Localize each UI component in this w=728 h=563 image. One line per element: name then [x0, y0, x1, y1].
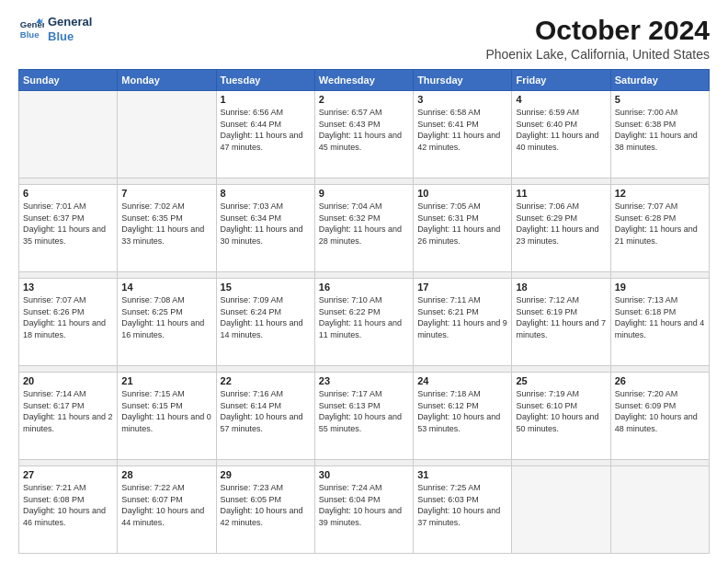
calendar-cell: 4 Sunrise: 6:59 AMSunset: 6:40 PMDayligh…	[512, 91, 610, 178]
calendar-cell: 19 Sunrise: 7:13 AMSunset: 6:18 PMDaylig…	[610, 278, 709, 365]
header: General Blue General Blue October 2024 P…	[18, 15, 710, 62]
calendar-cell	[512, 465, 610, 553]
col-thursday: Thursday	[414, 70, 512, 91]
day-info: Sunrise: 6:56 AMSunset: 6:44 PMDaylight:…	[221, 107, 311, 153]
day-number: 25	[516, 375, 606, 386]
day-number: 21	[121, 375, 211, 386]
day-number: 11	[516, 188, 606, 199]
calendar-cell: 8 Sunrise: 7:03 AMSunset: 6:34 PMDayligh…	[216, 184, 314, 271]
calendar-week-1: 1 Sunrise: 6:56 AMSunset: 6:44 PMDayligh…	[19, 91, 710, 178]
calendar-cell: 26 Sunrise: 7:20 AMSunset: 6:09 PMDaylig…	[610, 372, 709, 459]
day-info: Sunrise: 7:07 AMSunset: 6:26 PMDaylight:…	[23, 294, 113, 340]
day-info: Sunrise: 7:12 AMSunset: 6:19 PMDaylight:…	[516, 294, 606, 340]
day-number: 7	[121, 188, 211, 199]
week-divider	[19, 178, 710, 185]
day-number: 27	[23, 469, 113, 480]
calendar-cell: 30 Sunrise: 7:24 AMSunset: 6:04 PMDaylig…	[314, 465, 413, 553]
week-divider	[19, 459, 710, 465]
calendar-week-3: 13 Sunrise: 7:07 AMSunset: 6:26 PMDaylig…	[19, 278, 710, 365]
day-number: 13	[23, 282, 113, 293]
calendar-week-5: 27 Sunrise: 7:21 AMSunset: 6:08 PMDaylig…	[19, 465, 710, 553]
logo-general: General	[48, 15, 92, 29]
day-info: Sunrise: 7:02 AMSunset: 6:35 PMDaylight:…	[121, 201, 211, 247]
day-number: 5	[615, 94, 705, 105]
calendar-cell: 1 Sunrise: 6:56 AMSunset: 6:44 PMDayligh…	[216, 91, 314, 178]
day-info: Sunrise: 7:09 AMSunset: 6:24 PMDaylight:…	[221, 294, 311, 340]
col-friday: Friday	[512, 70, 610, 91]
day-info: Sunrise: 7:22 AMSunset: 6:07 PMDaylight:…	[121, 482, 211, 528]
day-number: 18	[516, 282, 606, 293]
day-number: 17	[417, 282, 507, 293]
col-wednesday: Wednesday	[314, 70, 413, 91]
col-sunday: Sunday	[19, 70, 118, 91]
col-saturday: Saturday	[610, 70, 709, 91]
calendar-cell: 22 Sunrise: 7:16 AMSunset: 6:14 PMDaylig…	[216, 372, 314, 459]
calendar-cell: 16 Sunrise: 7:10 AMSunset: 6:22 PMDaylig…	[314, 278, 413, 365]
calendar-cell	[610, 465, 709, 553]
calendar-cell: 11 Sunrise: 7:06 AMSunset: 6:29 PMDaylig…	[512, 184, 610, 271]
calendar-cell: 10 Sunrise: 7:05 AMSunset: 6:31 PMDaylig…	[414, 184, 512, 271]
day-info: Sunrise: 7:23 AMSunset: 6:05 PMDaylight:…	[221, 482, 311, 528]
week-divider	[19, 272, 710, 279]
day-number: 16	[319, 282, 409, 293]
calendar-cell: 17 Sunrise: 7:11 AMSunset: 6:21 PMDaylig…	[414, 278, 512, 365]
subtitle: Phoenix Lake, California, United States	[485, 47, 710, 62]
calendar-cell: 23 Sunrise: 7:17 AMSunset: 6:13 PMDaylig…	[314, 372, 413, 459]
calendar-cell: 7 Sunrise: 7:02 AMSunset: 6:35 PMDayligh…	[118, 184, 216, 271]
day-info: Sunrise: 7:24 AMSunset: 6:04 PMDaylight:…	[319, 482, 409, 528]
day-number: 4	[516, 94, 606, 105]
day-info: Sunrise: 7:05 AMSunset: 6:31 PMDaylight:…	[417, 201, 507, 247]
calendar-table: Sunday Monday Tuesday Wednesday Thursday…	[18, 69, 710, 554]
calendar-cell: 29 Sunrise: 7:23 AMSunset: 6:05 PMDaylig…	[216, 465, 314, 553]
day-info: Sunrise: 7:13 AMSunset: 6:18 PMDaylight:…	[615, 294, 705, 340]
day-info: Sunrise: 7:01 AMSunset: 6:37 PMDaylight:…	[23, 201, 113, 247]
calendar-cell: 24 Sunrise: 7:18 AMSunset: 6:12 PMDaylig…	[414, 372, 512, 459]
calendar-cell: 2 Sunrise: 6:57 AMSunset: 6:43 PMDayligh…	[314, 91, 413, 178]
day-info: Sunrise: 7:00 AMSunset: 6:38 PMDaylight:…	[615, 107, 705, 153]
calendar-cell: 5 Sunrise: 7:00 AMSunset: 6:38 PMDayligh…	[610, 91, 709, 178]
day-info: Sunrise: 7:16 AMSunset: 6:14 PMDaylight:…	[221, 388, 311, 434]
logo-icon: General Blue	[18, 17, 44, 42]
day-info: Sunrise: 7:07 AMSunset: 6:28 PMDaylight:…	[615, 201, 705, 247]
calendar-cell	[19, 91, 118, 178]
day-info: Sunrise: 7:20 AMSunset: 6:09 PMDaylight:…	[615, 388, 705, 434]
logo-blue: Blue	[48, 29, 92, 44]
day-info: Sunrise: 7:15 AMSunset: 6:15 PMDaylight:…	[121, 388, 211, 434]
day-number: 12	[615, 188, 705, 199]
day-info: Sunrise: 7:17 AMSunset: 6:13 PMDaylight:…	[319, 388, 409, 434]
day-number: 2	[319, 94, 409, 105]
day-number: 26	[615, 375, 705, 386]
calendar-cell: 6 Sunrise: 7:01 AMSunset: 6:37 PMDayligh…	[19, 184, 118, 271]
day-info: Sunrise: 7:10 AMSunset: 6:22 PMDaylight:…	[319, 294, 409, 340]
day-info: Sunrise: 6:58 AMSunset: 6:41 PMDaylight:…	[417, 107, 507, 153]
day-info: Sunrise: 6:57 AMSunset: 6:43 PMDaylight:…	[319, 107, 409, 153]
logo: General Blue General Blue	[18, 15, 92, 43]
calendar-cell: 28 Sunrise: 7:22 AMSunset: 6:07 PMDaylig…	[118, 465, 216, 553]
day-number: 14	[121, 282, 211, 293]
day-info: Sunrise: 7:19 AMSunset: 6:10 PMDaylight:…	[516, 388, 606, 434]
day-info: Sunrise: 7:03 AMSunset: 6:34 PMDaylight:…	[221, 201, 311, 247]
calendar-cell: 20 Sunrise: 7:14 AMSunset: 6:17 PMDaylig…	[19, 372, 118, 459]
day-number: 8	[221, 188, 311, 199]
calendar-cell: 25 Sunrise: 7:19 AMSunset: 6:10 PMDaylig…	[512, 372, 610, 459]
day-number: 6	[23, 188, 113, 199]
day-number: 1	[221, 94, 311, 105]
calendar-cell: 14 Sunrise: 7:08 AMSunset: 6:25 PMDaylig…	[118, 278, 216, 365]
day-number: 9	[319, 188, 409, 199]
day-number: 15	[221, 282, 311, 293]
calendar-cell: 21 Sunrise: 7:15 AMSunset: 6:15 PMDaylig…	[118, 372, 216, 459]
day-number: 29	[221, 469, 311, 480]
day-number: 3	[417, 94, 507, 105]
day-info: Sunrise: 7:11 AMSunset: 6:21 PMDaylight:…	[417, 294, 507, 340]
day-info: Sunrise: 7:14 AMSunset: 6:17 PMDaylight:…	[23, 388, 113, 434]
day-info: Sunrise: 7:18 AMSunset: 6:12 PMDaylight:…	[417, 388, 507, 434]
day-number: 30	[319, 469, 409, 480]
title-block: October 2024 Phoenix Lake, California, U…	[485, 15, 710, 62]
day-number: 10	[417, 188, 507, 199]
day-number: 24	[417, 375, 507, 386]
day-info: Sunrise: 7:25 AMSunset: 6:03 PMDaylight:…	[417, 482, 507, 528]
calendar-cell: 12 Sunrise: 7:07 AMSunset: 6:28 PMDaylig…	[610, 184, 709, 271]
calendar-cell: 31 Sunrise: 7:25 AMSunset: 6:03 PMDaylig…	[414, 465, 512, 553]
week-divider	[19, 366, 710, 373]
page: General Blue General Blue October 2024 P…	[0, 0, 728, 563]
